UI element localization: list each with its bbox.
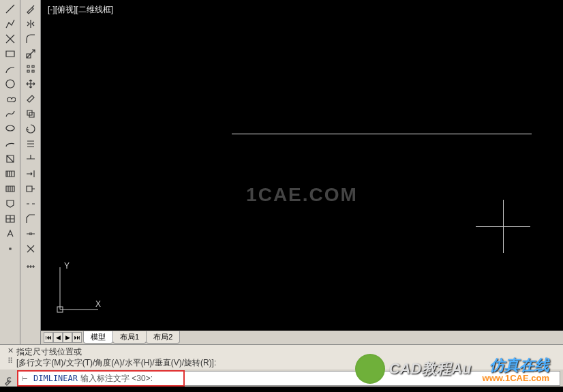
command-icon: ⊢ bbox=[18, 375, 31, 382]
command-area: ✕ ⠿ 指定尺寸线位置或 [多行文字(M)/文字(T)/角度(A)/水平(H)/… bbox=[0, 344, 563, 387]
viewport-label[interactable]: [-][俯视][二维线框] bbox=[48, 4, 113, 16]
layout-tabs: 模型布局1布局2 bbox=[83, 331, 179, 344]
command-name: DIMLINEAR bbox=[31, 374, 80, 383]
table-tool-button[interactable] bbox=[1, 211, 19, 226]
layout-tab[interactable]: 布局2 bbox=[146, 331, 180, 344]
circle-tool-button[interactable] bbox=[1, 76, 19, 91]
rotate-tool-button[interactable] bbox=[22, 121, 40, 136]
ocloud-tool-button[interactable] bbox=[1, 91, 19, 106]
layout-tab[interactable]: 布局1 bbox=[112, 331, 147, 344]
canvas-watermark: 1CAE.COM bbox=[246, 184, 358, 206]
region-tool-button[interactable] bbox=[1, 196, 19, 211]
drawing-canvas[interactable]: [-][俯视][二维线框] 1CAE.COM Y X ⏮◀▶⏭ 模型布局1布局2 bbox=[41, 0, 563, 344]
command-history-line: [多行文字(M)/文字(T)/角度(A)/水平(H)/垂直(V)/旋转(R)]: bbox=[16, 357, 559, 368]
extend-tool-button[interactable] bbox=[22, 166, 40, 181]
line-tool-button[interactable] bbox=[1, 1, 19, 16]
break-tool-button[interactable] bbox=[22, 196, 40, 211]
wrench-icon[interactable] bbox=[3, 376, 14, 387]
xline-tool-button[interactable] bbox=[1, 31, 19, 46]
move-tool-button[interactable] bbox=[22, 76, 40, 91]
layout-tab-bar: ⏮◀▶⏭ 模型布局1布局2 bbox=[41, 331, 563, 344]
mtext-tool-button[interactable] bbox=[1, 226, 19, 241]
svg-text:Y: Y bbox=[64, 261, 70, 271]
fillet-tool-button[interactable] bbox=[22, 31, 40, 46]
arc-tool-button[interactable] bbox=[1, 61, 19, 76]
stretch-tool-button[interactable] bbox=[22, 181, 40, 196]
tab-nav-button[interactable]: ⏭ bbox=[72, 332, 82, 343]
ellipse-tool-button[interactable] bbox=[1, 121, 19, 136]
draw-toolbar bbox=[0, 0, 20, 344]
copy-tool-button[interactable] bbox=[22, 106, 40, 121]
ins-tool-button[interactable] bbox=[1, 151, 19, 166]
measure-tool-button[interactable] bbox=[22, 256, 40, 271]
grad-tool-button[interactable] bbox=[1, 181, 19, 196]
scale-tool-button[interactable] bbox=[22, 46, 40, 61]
layout-tab[interactable]: 模型 bbox=[83, 331, 113, 344]
explode-tool-button[interactable] bbox=[22, 241, 40, 256]
tab-nav-button[interactable]: ◀ bbox=[53, 332, 63, 343]
tab-nav-button[interactable]: ▶ bbox=[63, 332, 72, 343]
array-tool-button[interactable] bbox=[22, 61, 40, 76]
rect-tool-button[interactable] bbox=[1, 46, 19, 61]
command-history-line: 指定尺寸线位置或 bbox=[16, 346, 559, 357]
ucs-icon[interactable]: Y X bbox=[53, 260, 101, 317]
brush-tool-button[interactable] bbox=[22, 1, 40, 16]
command-handle-icon[interactable]: ⠿ bbox=[7, 357, 13, 365]
dimension-line bbox=[232, 134, 532, 134]
tab-nav-button[interactable]: ⏮ bbox=[44, 332, 53, 343]
join-tool-button[interactable] bbox=[22, 226, 40, 241]
offset-tool-button[interactable] bbox=[22, 136, 40, 151]
point-tool-button[interactable] bbox=[1, 241, 19, 256]
chamfer-tool-button[interactable] bbox=[22, 211, 40, 226]
command-prompt: 输入标注文字 <30>: bbox=[80, 373, 153, 385]
main-area: [-][俯视][二维线框] 1CAE.COM Y X ⏮◀▶⏭ 模型布局1布局2 bbox=[0, 0, 563, 344]
command-input[interactable]: ⊢ DIMLINEAR 输入标注文字 <30>: bbox=[18, 371, 560, 386]
command-history: ✕ ⠿ 指定尺寸线位置或 [多行文字(M)/文字(T)/角度(A)/水平(H)/… bbox=[0, 345, 563, 370]
command-close-icon[interactable]: ✕ bbox=[7, 346, 14, 355]
mirror-tool-button[interactable] bbox=[22, 16, 40, 31]
spline-tool-button[interactable] bbox=[1, 106, 19, 121]
erase-tool-button[interactable] bbox=[22, 91, 40, 106]
pline-tool-button[interactable] bbox=[1, 16, 19, 31]
trim-tool-button[interactable] bbox=[22, 151, 40, 166]
modify-toolbar bbox=[20, 0, 41, 344]
svg-text:X: X bbox=[95, 299, 101, 309]
earc-tool-button[interactable] bbox=[1, 136, 19, 151]
hatch-tool-button[interactable] bbox=[1, 166, 19, 181]
tab-nav-buttons: ⏮◀▶⏭ bbox=[44, 332, 82, 343]
